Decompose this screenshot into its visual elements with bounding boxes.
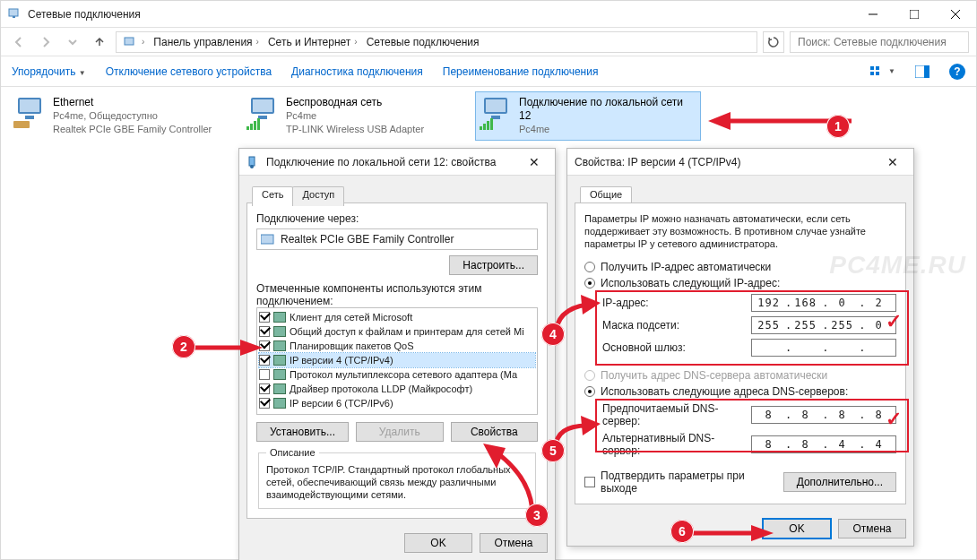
svg-rect-12 <box>261 235 273 244</box>
close-icon[interactable]: ✕ <box>521 155 548 169</box>
view-options-button[interactable]: ▼ <box>870 65 895 78</box>
component-item-ipv4[interactable]: IP версии 4 (TCP/IPv4) <box>259 353 535 367</box>
install-button[interactable]: Установить... <box>256 422 349 442</box>
breadcrumb-root-icon[interactable]: › <box>120 35 148 49</box>
nav-recent-button[interactable] <box>62 31 83 53</box>
ipv4-properties-dialog: Свойства: IP версии 4 (TCP/IPv4) ✕ Общие… <box>566 148 914 547</box>
radio-dns-static[interactable]: Использовать следующие адреса DNS-сервер… <box>584 385 896 398</box>
label-ip: IP-адрес: <box>602 297 751 309</box>
adapter-icon <box>480 96 512 128</box>
breadcrumb-item[interactable]: Сетевые подключения <box>363 36 483 48</box>
address-bar: › Панель управления› Сеть и Интернет› Се… <box>1 28 976 56</box>
cmd-rename[interactable]: Переименование подключения <box>443 65 599 78</box>
adapter-item-ethernet[interactable]: Ethernet Pc4me, Общедоступно Realtek PCI… <box>10 92 234 140</box>
ip-address-field[interactable]: 192. 168. 0. 2 <box>751 294 896 312</box>
remove-button[interactable]: Удалить <box>356 422 444 442</box>
minimize-button[interactable] <box>852 1 894 28</box>
watermark: PC4ME.RU <box>829 251 966 280</box>
cmd-organize[interactable]: Упорядочить ▼ <box>12 65 86 78</box>
breadcrumb[interactable]: › Панель управления› Сеть и Интернет› Се… <box>116 31 757 53</box>
help-button[interactable]: ? <box>949 64 965 80</box>
close-icon[interactable]: ✕ <box>879 155 906 169</box>
adapter-item-wifi[interactable]: Беспроводная сеть Pc4me TP-LINK Wireless… <box>243 92 467 140</box>
adapter-icon <box>13 96 46 128</box>
svg-rect-9 <box>924 65 929 78</box>
configure-button[interactable]: Настроить... <box>449 255 538 275</box>
cmd-disable[interactable]: Отключение сетевого устройства <box>106 65 272 78</box>
validate-checkbox[interactable] <box>584 477 595 487</box>
svg-rect-5 <box>876 66 879 70</box>
tab-network[interactable]: Сеть <box>252 186 293 206</box>
app-icon <box>8 7 22 22</box>
adapter-device: TP-LINK Wireless USB Adapter <box>286 123 424 136</box>
ipv4-info-text: Параметры IP можно назначать автоматичес… <box>584 212 896 250</box>
annotation-marker-6: 6 <box>670 520 694 543</box>
component-item[interactable]: Протокол мультиплексора сетевого адаптер… <box>259 367 535 382</box>
dialog-icon <box>246 155 261 169</box>
subnet-mask-field[interactable]: 255. 255. 255. 0 <box>751 316 896 334</box>
nav-forward-button[interactable] <box>35 31 56 53</box>
svg-rect-3 <box>125 38 134 45</box>
advanced-button[interactable]: Дополнительно... <box>783 472 896 492</box>
preview-pane-button[interactable] <box>915 65 929 78</box>
breadcrumb-item[interactable]: Сеть и Интернет› <box>264 36 361 48</box>
refresh-button[interactable] <box>763 31 784 53</box>
component-item[interactable]: Клиент для сетей Microsoft <box>259 310 535 324</box>
svg-rect-1 <box>13 16 15 18</box>
window-titlebar: Сетевые подключения <box>1 1 976 28</box>
label-dns2: Альтернативный DNS-сервер: <box>602 432 751 457</box>
connect-using-value: Realtek PCIe GBE Family Controller <box>281 233 454 246</box>
components-label: Отмеченные компоненты используются этим … <box>256 282 538 307</box>
dialog-titlebar[interactable]: Подключение по локальной сети 12: свойст… <box>239 149 555 176</box>
svg-rect-0 <box>9 9 18 16</box>
label-mask: Маска подсети: <box>602 319 751 332</box>
annotation-check-icon: ✓ <box>886 408 902 431</box>
cancel-button[interactable]: Отмена <box>480 533 548 553</box>
nav-back-button[interactable] <box>8 31 30 53</box>
description-text: Протокол TCP/IP. Стандартный протокол гл… <box>266 463 528 501</box>
ok-button[interactable]: OK <box>763 519 831 538</box>
nic-icon <box>261 233 275 246</box>
component-item[interactable]: IP версии 6 (TCP/IPv6) <box>259 396 535 410</box>
adapter-name: Ethernet <box>53 96 212 109</box>
preferred-dns-field[interactable]: 8. 8. 8. 8 <box>751 406 896 424</box>
adapter-item-lan12[interactable]: Подключение по локальной сети 12 Pc4me <box>476 92 700 140</box>
gateway-field[interactable]: . . . <box>751 339 896 357</box>
label-gateway: Основной шлюз: <box>602 341 751 354</box>
search-input[interactable] <box>796 35 963 49</box>
annotation-marker-5: 5 <box>541 439 565 462</box>
search-box[interactable] <box>790 31 969 53</box>
connection-properties-dialog: Подключение по локальной сети 12: свойст… <box>238 148 556 560</box>
tab-access[interactable]: Доступ <box>292 186 344 206</box>
description-label: Описание <box>266 447 319 458</box>
maximize-button[interactable] <box>894 1 935 28</box>
adapter-name: Беспроводная сеть <box>286 96 424 109</box>
dialog-title: Свойства: IP версии 4 (TCP/IPv4) <box>575 156 879 168</box>
radio-dns-auto: Получить адрес DNS-сервера автоматически <box>584 369 896 382</box>
annotation-marker-1: 1 <box>826 115 850 138</box>
dialog-title: Подключение по локальной сети 12: свойст… <box>261 156 521 168</box>
svg-rect-10 <box>249 157 255 166</box>
cmd-diagnose[interactable]: Диагностика подключения <box>291 65 423 78</box>
annotation-check-icon: ✓ <box>886 310 902 333</box>
dialog-titlebar[interactable]: Свойства: IP версии 4 (TCP/IPv4) ✕ <box>567 149 913 176</box>
component-item[interactable]: Драйвер протокола LLDP (Майкрософт) <box>259 382 535 396</box>
alternate-dns-field[interactable]: 8. 8. 4. 4 <box>751 435 896 453</box>
ok-button[interactable]: OK <box>404 533 472 553</box>
breadcrumb-item[interactable]: Панель управления› <box>150 36 263 48</box>
annotation-marker-3: 3 <box>525 504 549 527</box>
components-list[interactable]: Клиент для сетей Microsoft Общий доступ … <box>256 307 538 415</box>
properties-button[interactable]: Свойства <box>451 422 539 442</box>
adapter-status: Pc4me <box>519 123 696 136</box>
annotation-marker-4: 4 <box>541 323 565 346</box>
component-item[interactable]: Планировщик пакетов QoS <box>259 339 535 353</box>
nav-up-button[interactable] <box>89 31 110 53</box>
close-button[interactable] <box>935 1 976 28</box>
label-dns1: Предпочитаемый DNS-сервер: <box>602 402 751 427</box>
adapter-status: Pc4me, Общедоступно <box>53 109 212 123</box>
component-item[interactable]: Общий доступ к файлам и принтерам для се… <box>259 324 535 339</box>
adapter-name: Подключение по локальной сети 12 <box>519 96 696 123</box>
adapter-device: Realtek PCIe GBE Family Controller <box>53 123 212 136</box>
svg-rect-7 <box>876 72 879 75</box>
cancel-button[interactable]: Отмена <box>838 519 906 538</box>
